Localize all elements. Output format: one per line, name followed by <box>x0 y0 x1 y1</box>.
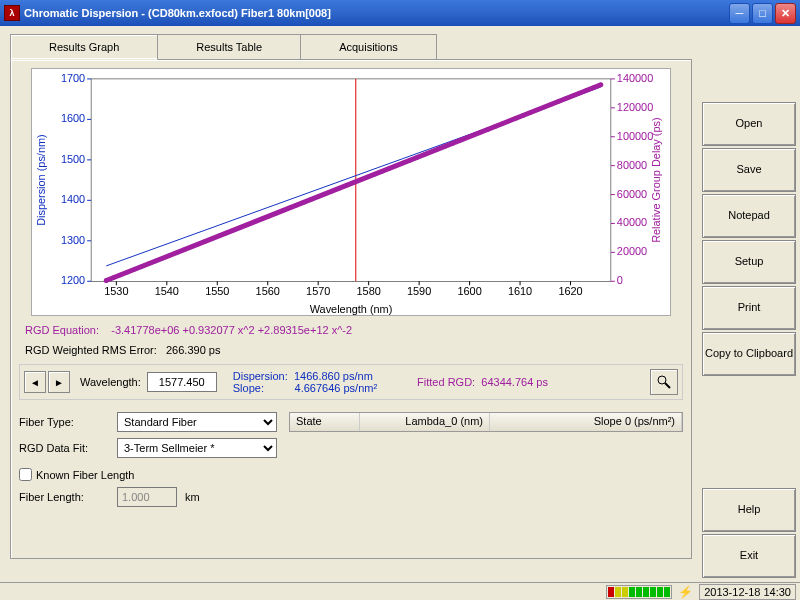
svg-text:1550: 1550 <box>205 285 229 297</box>
svg-text:60000: 60000 <box>617 188 647 200</box>
svg-point-88 <box>351 180 355 184</box>
svg-text:1610: 1610 <box>508 285 532 297</box>
svg-point-74 <box>252 220 256 224</box>
exit-button[interactable]: Exit <box>702 534 796 578</box>
tab-bar: Results Graph Results Table Acquisitions <box>10 34 692 60</box>
svg-point-105 <box>471 133 475 137</box>
svg-text:Relative Group Delay (ps): Relative Group Delay (ps) <box>650 117 662 242</box>
svg-point-104 <box>464 136 468 140</box>
svg-text:1530: 1530 <box>104 285 128 297</box>
open-button[interactable]: Open <box>702 102 796 146</box>
app-icon: λ <box>4 5 20 21</box>
svg-line-125 <box>665 383 670 388</box>
svg-point-106 <box>479 130 483 134</box>
svg-point-110 <box>507 119 511 123</box>
svg-text:1200: 1200 <box>61 274 85 286</box>
help-button[interactable]: Help <box>702 488 796 532</box>
wavelength-next-button[interactable]: ► <box>48 371 70 393</box>
rgd-fit-select[interactable]: 3-Term Sellmeier * <box>117 438 277 458</box>
svg-point-92 <box>380 169 384 173</box>
tab-results-table[interactable]: Results Table <box>157 34 301 60</box>
svg-point-100 <box>436 147 440 151</box>
svg-point-66 <box>196 242 200 246</box>
svg-point-98 <box>422 152 426 156</box>
zoom-button[interactable] <box>650 369 678 395</box>
tab-pane: 1530154015501560157015801590160016101620… <box>10 59 692 559</box>
wavelength-input[interactable] <box>147 372 217 392</box>
svg-point-57 <box>132 267 136 271</box>
svg-point-97 <box>415 155 419 159</box>
svg-text:140000: 140000 <box>617 72 653 84</box>
svg-text:0: 0 <box>617 274 623 286</box>
svg-point-79 <box>288 206 292 210</box>
svg-point-55 <box>118 273 122 277</box>
dispersion-label: Dispersion: <box>233 370 288 382</box>
col-state: State <box>290 413 360 431</box>
chart-area[interactable]: 1530154015501560157015801590160016101620… <box>31 68 671 316</box>
wavelength-prev-button[interactable]: ◄ <box>24 371 46 393</box>
svg-point-56 <box>125 270 129 274</box>
svg-text:Wavelength (nm): Wavelength (nm) <box>310 303 393 315</box>
svg-point-116 <box>549 102 553 106</box>
svg-point-84 <box>323 192 327 196</box>
svg-text:120000: 120000 <box>617 101 653 113</box>
status-datetime: 2013-12-18 14:30 <box>699 584 796 600</box>
svg-point-111 <box>514 116 518 120</box>
print-button[interactable]: Print <box>702 286 796 330</box>
svg-point-53 <box>104 278 108 282</box>
svg-text:1300: 1300 <box>61 234 85 246</box>
status-bar: ⚡ 2013-12-18 14:30 <box>0 582 800 600</box>
wavelength-row: ◄ ► Wavelength: Dispersion: 1466.860 ps/… <box>19 364 683 400</box>
svg-point-95 <box>401 161 405 165</box>
svg-point-120 <box>577 91 581 95</box>
magnifier-icon <box>656 374 672 390</box>
svg-point-90 <box>365 175 369 179</box>
svg-point-117 <box>556 99 560 103</box>
setup-button[interactable]: Setup <box>702 240 796 284</box>
known-fiber-length-label: Known Fiber Length <box>36 469 134 481</box>
svg-point-112 <box>521 113 525 117</box>
fiber-type-select[interactable]: Standard Fiber <box>117 412 277 432</box>
svg-point-109 <box>500 122 504 126</box>
svg-point-86 <box>337 186 341 190</box>
svg-point-103 <box>457 138 461 142</box>
svg-point-101 <box>443 144 447 148</box>
title-bar: λ Chromatic Dispersion - (CD80km.exfocd)… <box>0 0 800 26</box>
notepad-button[interactable]: Notepad <box>702 194 796 238</box>
svg-text:Dispersion (ps/nm): Dispersion (ps/nm) <box>35 134 47 226</box>
results-table-header: State Lambda_0 (nm) Slope 0 (ps/nm²) <box>289 412 683 432</box>
copy-clipboard-button[interactable]: Copy to Clipboard <box>702 332 796 376</box>
svg-point-89 <box>358 178 362 182</box>
sidebar: Open Save Notepad Setup Print Copy to Cl… <box>698 26 800 582</box>
maximize-button[interactable]: □ <box>752 3 773 24</box>
tab-acquisitions[interactable]: Acquisitions <box>300 34 437 60</box>
svg-point-93 <box>387 166 391 170</box>
fitted-rgd-value: 64344.764 ps <box>481 376 548 388</box>
slope-value: 4.667646 ps/nm² <box>295 382 378 394</box>
svg-point-61 <box>161 256 165 260</box>
close-button[interactable]: ✕ <box>775 3 796 24</box>
svg-text:1600: 1600 <box>61 112 85 124</box>
svg-text:1590: 1590 <box>407 285 431 297</box>
svg-point-80 <box>295 203 299 207</box>
tab-results-graph[interactable]: Results Graph <box>10 34 158 60</box>
minimize-button[interactable]: ─ <box>729 3 750 24</box>
svg-text:1500: 1500 <box>61 153 85 165</box>
svg-text:100000: 100000 <box>617 130 653 142</box>
known-fiber-length-checkbox[interactable] <box>19 468 32 481</box>
svg-point-121 <box>584 88 588 92</box>
fiber-type-label: Fiber Type: <box>19 416 109 428</box>
svg-point-123 <box>599 83 603 87</box>
save-button[interactable]: Save <box>702 148 796 192</box>
svg-point-64 <box>182 248 186 252</box>
svg-point-71 <box>231 228 235 232</box>
svg-point-69 <box>217 234 221 238</box>
svg-text:1570: 1570 <box>306 285 330 297</box>
svg-point-94 <box>394 164 398 168</box>
svg-text:20000: 20000 <box>617 245 647 257</box>
svg-point-119 <box>570 94 574 98</box>
svg-point-59 <box>146 262 150 266</box>
svg-point-81 <box>302 200 306 204</box>
svg-text:1600: 1600 <box>457 285 481 297</box>
wavelength-label: Wavelength: <box>80 376 141 388</box>
